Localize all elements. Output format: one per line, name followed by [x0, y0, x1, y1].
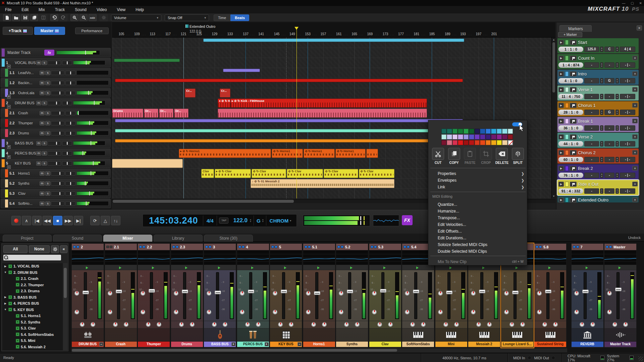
marker-key-field[interactable]: - [604, 141, 614, 146]
color-swatch[interactable] [502, 134, 507, 140]
clip[interactable] [203, 39, 464, 42]
marker-extended-outro[interactable]: ▶Extended Outro✕ [557, 196, 639, 202]
marker-delete-icon[interactable]: ✕ [632, 87, 638, 92]
clip[interactable] [218, 109, 427, 118]
marker-flag-icon[interactable] [570, 87, 577, 92]
width-knob[interactable] [190, 322, 195, 327]
color-swatch[interactable] [469, 129, 474, 134]
tree-checkbox[interactable]: ✕ [8, 270, 12, 274]
mute-button[interactable]: m [36, 151, 41, 156]
fader-handle[interactable] [545, 290, 551, 293]
clip-dr-[interactable]: Dr... [174, 109, 189, 118]
tree-item-5-1-horns1[interactable]: ✕5.1. Horns1 [2, 313, 63, 319]
expand-collapse-badge[interactable]: + [7, 155, 11, 159]
marker-signature-field[interactable]: - | - [620, 141, 635, 146]
tree-item-5-5-mini[interactable]: ✕5.5. Mini [2, 338, 63, 344]
color-swatch[interactable] [486, 140, 491, 145]
tree-item-2-3-drums[interactable]: ✕2.3. Drums [2, 288, 63, 294]
pan-knob[interactable] [179, 322, 184, 327]
new-file-button[interactable] [3, 14, 11, 21]
marker-expand-icon[interactable]: ▶ [558, 119, 564, 124]
tempo-spinner[interactable]: ▲▼ [600, 47, 603, 52]
pan-knob[interactable] [278, 322, 283, 327]
marker-tempo-field[interactable]: - [584, 157, 599, 162]
mixer-strip-thumper[interactable]: 2.20 -6 -12 -- 9-18-27-36Thumper [138, 243, 170, 348]
volume-fader[interactable] [249, 272, 252, 319]
mixer-strip-reverb[interactable]: 70 -6 -12 -- 9-18-27-36REVERB [571, 243, 604, 348]
mixer-search-input[interactable] [3, 255, 61, 260]
solo-button[interactable]: s [45, 71, 50, 75]
strip-name-label[interactable]: Master Track [604, 342, 636, 347]
mixer-none-button[interactable]: None [29, 245, 50, 253]
clip--clav[interactable]: ⊘ ↻ Clav [324, 169, 358, 178]
marker-ride-it-out[interactable]: ▶Ride it Out✕91 : 4 : 332-▲▼-▲▼- | - [557, 180, 639, 195]
eq-knob[interactable] [471, 291, 476, 296]
expand-collapse-badge[interactable]: − [7, 165, 11, 169]
volume-fader[interactable] [381, 272, 384, 319]
color-swatch[interactable] [480, 129, 485, 134]
tree-checkbox[interactable]: ✕ [8, 308, 12, 311]
go-start-button[interactable]: |◀ [32, 216, 42, 225]
strip-eq-curve[interactable] [303, 250, 335, 265]
marker-time-field[interactable]: 44 : 1 : 0 [558, 141, 583, 146]
track-header-crash[interactable]: 2.1Crashms [1, 108, 111, 118]
color-swatch[interactable] [486, 134, 491, 140]
tempo-spinner[interactable]: ▲▼ [600, 141, 603, 146]
timeline-ruler[interactable]: Extended Outro 122.0 G 105···109···113··… [112, 22, 555, 38]
key-spinner[interactable]: ▲▼ [261, 219, 266, 223]
eq-knob[interactable] [504, 291, 509, 296]
strip-eq-curve[interactable] [534, 250, 566, 265]
volume-fader[interactable] [282, 272, 285, 319]
fader-handle[interactable] [248, 290, 254, 293]
marker-key-field[interactable]: - [604, 188, 614, 194]
fader-handle[interactable] [582, 290, 589, 293]
marker-color-chip[interactable] [565, 134, 569, 139]
marker-expand-icon[interactable]: ▶ [558, 134, 564, 139]
tree-item-5-key-bus[interactable]: ▼✕5. KEY BUS [2, 307, 63, 313]
strip-name-label[interactable]: DRUM BUS− [72, 342, 104, 347]
pan-slider[interactable] [65, 111, 75, 115]
strip-pan-row[interactable] [171, 265, 203, 270]
track-header-softho-[interactable]: 5.4SoftHo...ms [1, 199, 111, 208]
tree-caret-icon[interactable]: ▼ [4, 308, 7, 311]
tab-mixer[interactable]: Mixer [103, 235, 152, 242]
eq-knob[interactable] [240, 291, 245, 296]
width-knob[interactable] [355, 322, 360, 327]
mixer-strip-drums[interactable]: 2.30 -6 -12 -- 9-18-27-36Drums [171, 243, 203, 348]
send-knob[interactable] [108, 310, 112, 314]
tempo-spinner[interactable]: ▲▼ [600, 125, 603, 131]
width-knob[interactable] [157, 322, 161, 327]
key-value[interactable]: G [254, 218, 261, 224]
clip[interactable] [114, 59, 180, 62]
track-header-horns1[interactable]: 5.1Horns1ms [1, 169, 111, 178]
pan-slider[interactable] [62, 101, 72, 105]
pan-knob[interactable] [443, 322, 448, 327]
marker-verse-1[interactable]: ▶Verse 1✕11 : 4 : 750-▲▼-▲▼- | - [557, 85, 639, 101]
color-swatch[interactable] [464, 134, 469, 140]
fader-handle[interactable] [83, 291, 89, 294]
strip-eq-curve[interactable] [369, 250, 401, 265]
width-knob[interactable] [520, 322, 525, 327]
pan-slider[interactable] [65, 191, 75, 196]
pan-knob[interactable] [410, 322, 415, 327]
marker-count-in[interactable]: ▶Count In✕1 : 4 : 874-▲▼-▲▼- | - [557, 54, 639, 69]
width-knob[interactable] [289, 322, 293, 327]
send-knob[interactable] [141, 310, 145, 314]
mixer-strip-bass-bus[interactable]: 30 -6 -12 -- 9-18-27-36BASS BUS+ [204, 243, 236, 348]
clip--clav[interactable]: ⊘ ↻ Clav [359, 169, 394, 178]
automation-type-select[interactable]: Volume▾ [111, 14, 161, 21]
zoom-in-button[interactable] [70, 14, 78, 21]
volume-fader[interactable] [117, 272, 120, 319]
strip-eq-curve[interactable] [336, 250, 368, 265]
mute-button[interactable]: m [40, 111, 45, 115]
solo-button[interactable]: s [45, 171, 50, 176]
menu-item-edit-durations-[interactable]: Edit Durations... [428, 235, 528, 241]
marker-signature-field[interactable]: - | - [620, 62, 635, 68]
track-header-synths[interactable]: 5.2Synthsms [1, 179, 111, 188]
beats-mode-button[interactable]: Beats [230, 14, 249, 21]
color-swatch[interactable] [497, 134, 502, 140]
key-spinner[interactable]: ▲▼ [615, 62, 619, 68]
pan-knob[interactable] [311, 322, 316, 327]
color-swatch[interactable] [458, 140, 463, 145]
marker-delete-icon[interactable]: ✕ [632, 71, 638, 76]
